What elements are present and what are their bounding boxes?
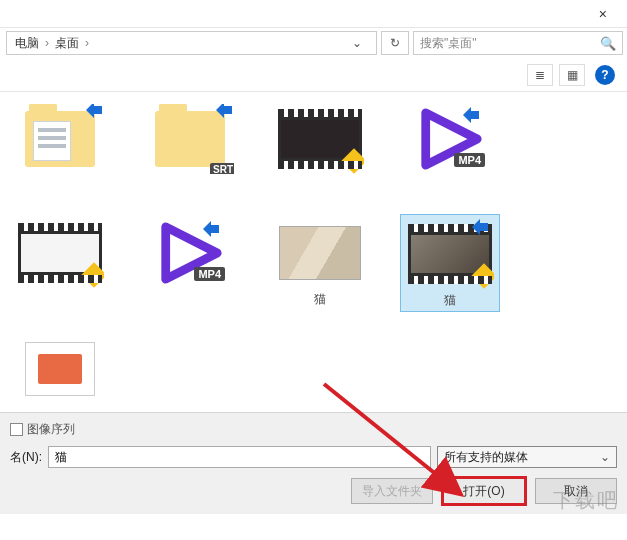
play-icon: MP4 (146, 218, 234, 288)
breadcrumb[interactable]: 电脑 › 桌面 › ⌄ (6, 31, 377, 55)
image-thumb-icon (276, 218, 364, 288)
file-grid: SRT MP4 MP4 (0, 92, 627, 412)
file-item-document[interactable] (10, 330, 110, 426)
close-icon[interactable]: × (589, 2, 617, 26)
file-item-folder-srt[interactable]: SRT (140, 100, 240, 196)
video-thumb-icon (16, 218, 104, 288)
filename-value: 猫 (55, 449, 67, 466)
play-icon: MP4 (406, 104, 494, 174)
chevron-right-icon: › (85, 36, 89, 50)
file-label (144, 292, 236, 306)
file-label: 猫 (274, 292, 366, 306)
srt-badge-icon: SRT (210, 163, 234, 174)
refresh-button[interactable]: ↻ (381, 31, 409, 55)
dialog-footer: 图像序列 名(N): 猫 所有支持的媒体 ⌄ 导入文件夹 打开(O) 取消 (0, 412, 627, 514)
doc-thumb-icon (16, 334, 104, 404)
view-grid-button[interactable]: ▦ (559, 64, 585, 86)
help-icon[interactable]: ? (595, 65, 615, 85)
address-row: 电脑 › 桌面 › ⌄ ↻ 搜索"桌面" 🔍 (0, 28, 627, 58)
search-input[interactable]: 搜索"桌面" 🔍 (413, 31, 623, 55)
file-item-video[interactable] (10, 214, 110, 312)
video-thumb-icon (276, 104, 364, 174)
chevron-down-icon[interactable]: ⌄ (346, 36, 368, 50)
file-item-video[interactable] (270, 100, 370, 196)
checkbox-label: 图像序列 (27, 421, 75, 438)
mp4-badge-icon: MP4 (194, 267, 225, 281)
file-item-folder[interactable] (10, 100, 110, 196)
checkbox-icon (10, 423, 23, 436)
filetype-value: 所有支持的媒体 (444, 449, 528, 466)
file-label: 猫 (405, 293, 495, 307)
file-label (14, 408, 106, 422)
buttons-row: 导入文件夹 打开(O) 取消 (10, 478, 617, 504)
breadcrumb-part[interactable]: 桌面 (55, 35, 79, 52)
video-thumb-icon (406, 219, 494, 289)
filename-input[interactable]: 猫 (48, 446, 431, 468)
filetype-select[interactable]: 所有支持的媒体 ⌄ (437, 446, 617, 468)
file-label (144, 178, 236, 192)
file-label (14, 178, 106, 192)
filename-row: 名(N): 猫 所有支持的媒体 ⌄ (10, 446, 617, 468)
file-label (404, 178, 496, 192)
chevron-down-icon: ⌄ (600, 450, 610, 464)
filename-label: 名(N): (10, 449, 42, 466)
view-switch: ≣ ▦ (527, 64, 585, 86)
cancel-button[interactable]: 取消 (535, 478, 617, 504)
toolbar: ≣ ▦ ? (0, 58, 627, 92)
open-button[interactable]: 打开(O) (443, 478, 525, 504)
file-label (14, 292, 106, 306)
file-item-video-cat-selected[interactable]: 猫 (400, 214, 500, 312)
view-list-button[interactable]: ≣ (527, 64, 553, 86)
search-icon: 🔍 (600, 36, 616, 51)
chevron-right-icon: › (45, 36, 49, 50)
folder-icon (16, 104, 104, 174)
file-item-mp4[interactable]: MP4 (400, 100, 500, 196)
file-label (274, 178, 366, 192)
import-folder-button[interactable]: 导入文件夹 (351, 478, 433, 504)
file-item-mp4[interactable]: MP4 (140, 214, 240, 312)
breadcrumb-part[interactable]: 电脑 (15, 35, 39, 52)
file-item-image-cat[interactable]: 猫 (270, 214, 370, 312)
search-placeholder: 搜索"桌面" (420, 35, 477, 52)
title-bar: × (0, 0, 627, 28)
folder-icon: SRT (146, 104, 234, 174)
refresh-icon: ↻ (390, 36, 400, 50)
mp4-badge-icon: MP4 (454, 153, 485, 167)
